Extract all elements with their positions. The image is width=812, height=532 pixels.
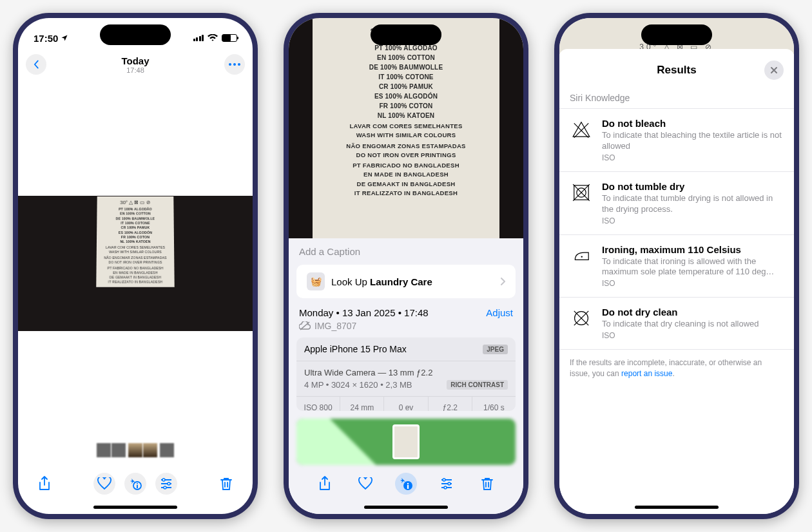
sliders-icon	[160, 478, 173, 489]
thumbnail-strip[interactable]	[18, 438, 253, 468]
svg-point-22	[581, 256, 583, 257]
edit-button[interactable]	[436, 473, 458, 495]
thumb[interactable]	[143, 443, 157, 457]
stat-focal: 24 mm	[340, 397, 384, 411]
stat-shutter: 1/60 s	[472, 397, 516, 411]
home-indicator[interactable]	[364, 506, 448, 509]
svg-rect-12	[407, 485, 409, 489]
format-badge: JPEG	[483, 345, 508, 354]
dynamic-island	[371, 24, 441, 45]
screen-2: 30°△⊠▭⊘ PT 100% ALGODÃO EN 100% COTTON D…	[289, 18, 523, 514]
results-sheet: Results Siri Knowledge Do not bleach To …	[559, 49, 794, 514]
map-photo-pin	[392, 424, 420, 459]
close-button[interactable]	[764, 61, 784, 80]
nav-bar: Today 17:48	[18, 52, 253, 80]
iphone-frame-3: 30° △ ⊠ ▭ ⊘ Results Siri Knowledge Do no…	[554, 13, 799, 519]
sliders-icon	[440, 478, 453, 489]
nav-title-main: Today	[121, 55, 149, 66]
photo-viewer[interactable]: 30°△⊠▭⊘ PT 100% ALGODÃO EN 100% COTTON D…	[18, 80, 253, 468]
result-title: Do not dry clean	[602, 307, 784, 318]
footer-note: If the results are incomplete, inaccurat…	[559, 350, 794, 387]
trash-icon	[481, 477, 494, 491]
stat-ev: 0 ev	[384, 397, 428, 411]
result-row[interactable]: Ironing, maximum 110 Celsius To indicate…	[559, 235, 794, 298]
nav-title: Today 17:48	[121, 55, 149, 74]
heart-icon	[358, 477, 372, 490]
home-indicator[interactable]	[93, 506, 177, 509]
svg-point-11	[407, 483, 409, 484]
svg-point-0	[229, 63, 231, 66]
lookup-row[interactable]: 🧺 Look Up Laundry Care	[296, 265, 516, 298]
iron-low-icon	[570, 244, 593, 267]
favorite-button[interactable]	[354, 473, 376, 495]
photo-content: 30°△⊠▭⊘ PT 100% ALGODÃO EN 100% COTTON D…	[18, 196, 253, 331]
photo-header[interactable]: 30°△⊠▭⊘ PT 100% ALGODÃO EN 100% COTTON D…	[289, 18, 523, 238]
ellipsis-icon	[229, 63, 240, 66]
result-desc: To indicate that tumble drying is not al…	[602, 193, 784, 215]
info-button-active[interactable]	[395, 473, 417, 495]
stat-iso: ISO 800	[296, 397, 340, 411]
file-row: IMG_8707	[289, 319, 523, 337]
dynamic-island	[100, 24, 171, 45]
thumb[interactable]	[111, 443, 126, 457]
iphone-frame-1: 17:50 Today 17:48	[13, 13, 258, 519]
screen-3: 30° △ ⊠ ▭ ⊘ Results Siri Knowledge Do no…	[559, 18, 794, 514]
result-desc: To indicate that dry cleaning is not all…	[602, 319, 784, 330]
stat-aperture: ƒ2.2	[429, 397, 472, 411]
battery-icon	[222, 34, 237, 42]
home-indicator[interactable]	[635, 506, 719, 509]
adjust-link[interactable]: Adjust	[486, 307, 513, 318]
lookup-text: Look Up Laundry Care	[331, 276, 432, 287]
thumb[interactable]	[128, 443, 142, 457]
svg-point-1	[233, 63, 236, 66]
result-desc: To indicate that ironing is allowed with…	[602, 256, 784, 278]
thumb[interactable]	[97, 443, 111, 457]
share-button[interactable]	[34, 473, 55, 495]
result-row[interactable]: Do not bleach To indicate that bleaching…	[559, 109, 794, 172]
info-button[interactable]	[124, 473, 146, 495]
no-tumble-dry-icon	[570, 181, 593, 204]
photo-date: Monday • 13 Jan 2025 • 17:48	[299, 307, 429, 318]
svg-point-4	[137, 483, 138, 484]
back-button[interactable]	[26, 54, 46, 75]
clothing-label: 30°△⊠▭⊘ PT 100% ALGODÃO EN 100% COTTON D…	[96, 196, 174, 287]
svg-point-6	[162, 479, 165, 481]
status-time: 17:50	[34, 33, 58, 44]
more-button[interactable]	[224, 54, 245, 75]
report-issue-link[interactable]: report an issue	[621, 369, 672, 378]
signal-icon	[193, 35, 204, 41]
location-icon	[61, 34, 68, 42]
favorite-button[interactable]	[93, 473, 115, 495]
delete-button[interactable]	[476, 473, 498, 495]
heart-icon	[97, 477, 111, 490]
date-row: Monday • 13 Jan 2025 • 17:48 Adjust	[289, 298, 523, 319]
result-row[interactable]: Do not dry clean To indicate that dry cl…	[559, 298, 794, 350]
info-sheet: Add a Caption 🧺 Look Up Laundry Care Mon…	[289, 238, 523, 514]
filename: IMG_8707	[314, 321, 356, 331]
no-dry-clean-icon	[570, 307, 593, 330]
no-bleach-icon	[570, 118, 593, 141]
result-title: Ironing, maximum 110 Celsius	[602, 244, 784, 255]
results-title: Results	[657, 64, 696, 77]
share-button[interactable]	[314, 473, 336, 495]
meta-device-row: Apple iPhone 15 Pro Max JPEG	[296, 337, 516, 361]
result-src: ISO	[602, 216, 784, 225]
edit-button[interactable]	[155, 473, 177, 495]
iphone-frame-2: 30°△⊠▭⊘ PT 100% ALGODÃO EN 100% COTTON D…	[284, 13, 528, 519]
result-desc: To indicate that bleaching the textile a…	[602, 130, 784, 152]
caption-field[interactable]: Add a Caption	[289, 238, 523, 265]
section-label: Siri Knowledge	[559, 88, 794, 109]
share-icon	[38, 476, 51, 491]
result-src: ISO	[602, 279, 784, 288]
cloud-slash-icon	[299, 321, 311, 330]
svg-rect-5	[137, 485, 138, 488]
svg-point-15	[444, 486, 447, 489]
nav-title-sub: 17:48	[121, 66, 149, 74]
chevron-right-icon	[500, 278, 505, 285]
close-icon	[770, 66, 778, 74]
care-symbols: 30°△⊠▭⊘	[101, 199, 170, 206]
delete-button[interactable]	[215, 473, 237, 495]
thumb[interactable]	[160, 443, 174, 457]
results-header: Results	[559, 49, 794, 88]
result-row[interactable]: Do not tumble dry To indicate that tumbl…	[559, 172, 794, 235]
